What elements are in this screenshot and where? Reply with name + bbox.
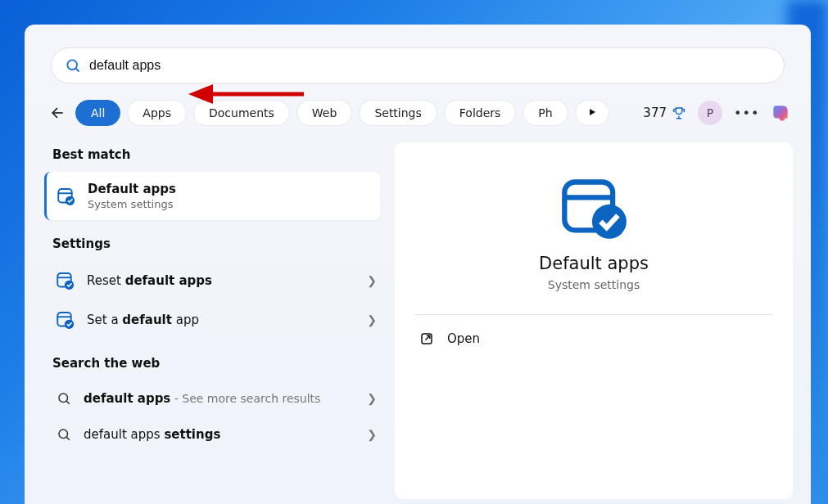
- preview-subtitle: System settings: [548, 278, 640, 291]
- section-header-best-match: Best match: [52, 147, 380, 162]
- filter-chip-folders[interactable]: Folders: [444, 100, 517, 126]
- filter-chip-settings[interactable]: Settings: [359, 100, 437, 126]
- open-label: Open: [447, 331, 480, 346]
- search-input-container[interactable]: [51, 47, 785, 83]
- copilot-icon[interactable]: [768, 101, 793, 125]
- points-value: 377: [643, 106, 667, 120]
- results-body: Best match Default apps System settings …: [25, 142, 811, 499]
- svg-line-23: [426, 335, 430, 340]
- best-match-subtitle: System settings: [88, 198, 176, 210]
- default-apps-icon: [56, 310, 75, 330]
- play-icon: [587, 107, 597, 117]
- best-match-result[interactable]: Default apps System settings: [44, 172, 380, 220]
- user-avatar[interactable]: P: [698, 101, 722, 125]
- search-input[interactable]: [89, 58, 771, 73]
- preview-panel: Default apps System settings Open: [395, 142, 793, 499]
- svg-point-0: [67, 60, 77, 70]
- trophy-icon: [672, 106, 686, 120]
- filter-chip-all[interactable]: All: [75, 100, 120, 126]
- default-apps-large-icon: [559, 177, 628, 239]
- svg-line-1: [76, 69, 79, 72]
- settings-result-set[interactable]: Set a default app ❯: [52, 300, 380, 340]
- search-icon: [56, 390, 72, 407]
- section-header-settings: Settings: [52, 236, 380, 251]
- svg-point-17: [59, 430, 68, 439]
- filter-chip-web[interactable]: Web: [296, 100, 353, 126]
- svg-line-16: [66, 401, 69, 403]
- best-match-title: Default apps: [88, 182, 176, 196]
- filter-chip-play[interactable]: [575, 100, 609, 126]
- default-apps-icon: [56, 271, 75, 290]
- web-result-settings[interactable]: default apps settings ❯: [52, 416, 380, 452]
- filters-row: All Apps Documents Web Settings Folders …: [43, 98, 793, 128]
- open-icon: [419, 331, 434, 346]
- web-result-default-apps[interactable]: default apps - See more search results ❯: [52, 380, 380, 416]
- filter-chip-documents[interactable]: Documents: [193, 100, 290, 126]
- svg-marker-5: [590, 109, 595, 115]
- default-apps-icon: [57, 187, 76, 206]
- back-button[interactable]: [43, 98, 72, 128]
- results-left-column: Best match Default apps System settings …: [25, 142, 385, 499]
- chevron-right-icon: ❯: [367, 274, 377, 287]
- open-action[interactable]: Open: [414, 315, 773, 362]
- search-icon: [65, 57, 81, 74]
- chevron-right-icon: ❯: [367, 428, 377, 441]
- more-menu[interactable]: •••: [734, 106, 757, 121]
- settings-result-reset[interactable]: Reset default apps ❯: [52, 261, 380, 300]
- search-icon: [56, 426, 72, 443]
- section-header-web: Search the web: [52, 356, 380, 371]
- preview-title: Default apps: [539, 254, 649, 273]
- filter-chips: All Apps Documents Web Settings Folders …: [75, 100, 609, 126]
- toolbar-right: 377 P •••: [643, 101, 793, 125]
- filter-chip-more[interactable]: Ph: [523, 100, 568, 126]
- svg-line-18: [66, 437, 69, 439]
- search-panel: All Apps Documents Web Settings Folders …: [25, 25, 811, 504]
- rewards-points[interactable]: 377: [643, 106, 686, 120]
- chevron-right-icon: ❯: [367, 313, 377, 326]
- filter-chip-apps[interactable]: Apps: [127, 100, 187, 126]
- svg-point-15: [59, 394, 68, 403]
- chevron-right-icon: ❯: [367, 392, 377, 405]
